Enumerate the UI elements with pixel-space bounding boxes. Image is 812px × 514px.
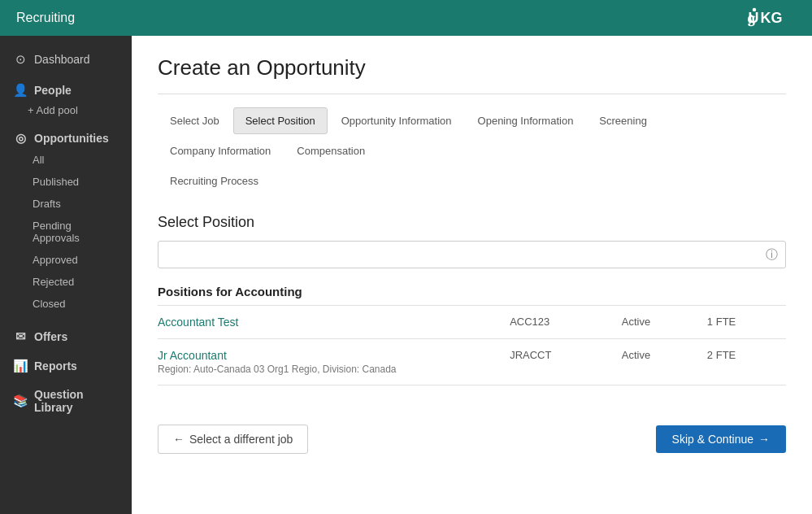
- tab-compensation[interactable]: Compensation: [284, 137, 377, 164]
- skip-continue-button[interactable]: Skip & Continue →: [656, 425, 786, 453]
- sidebar-item-dashboard[interactable]: ⊙ Dashboard: [0, 44, 132, 75]
- svg-text:U: U: [749, 9, 759, 25]
- position-code: JRACCT: [503, 339, 615, 386]
- back-arrow-icon: ←: [173, 433, 185, 446]
- sidebar-section-offers[interactable]: ✉ Offers: [0, 321, 132, 347]
- section-title: Select Position: [158, 214, 786, 231]
- sidebar-item-all[interactable]: All: [0, 149, 132, 171]
- sidebar-section-reports[interactable]: 📊 Reports: [0, 351, 132, 377]
- table-row: Jr AccountantRegion: Auto-Canada 03 Org1…: [158, 339, 786, 386]
- app-title: Recruiting: [16, 11, 75, 25]
- position-sub-info: Region: Auto-Canada 03 Org1 Regio, Divis…: [158, 364, 497, 375]
- people-icon: 👤: [13, 83, 28, 98]
- tab-opening-information[interactable]: Opening Information: [466, 107, 586, 134]
- arrow-right-icon: →: [758, 433, 770, 446]
- sidebar-item-closed[interactable]: Closed: [0, 293, 132, 315]
- tab-opportunity-information[interactable]: Opportunity Information: [329, 107, 464, 134]
- sidebar: ⊙ Dashboard 👤 People + Add pool ◎ Opport…: [0, 36, 132, 514]
- sidebar-section-people[interactable]: 👤 People: [0, 75, 132, 101]
- position-code: ACC123: [503, 306, 615, 339]
- sidebar-item-approved[interactable]: Approved: [0, 249, 132, 271]
- offers-icon: ✉: [13, 329, 28, 344]
- tab-screening[interactable]: Screening: [587, 107, 659, 134]
- select-different-job-button[interactable]: ← ← Select a different job Select a diff…: [158, 425, 308, 454]
- sidebar-section-question-library[interactable]: 📚 Question Library: [0, 380, 132, 417]
- sidebar-item-published[interactable]: Published: [0, 171, 132, 193]
- tab-recruiting-process[interactable]: Recruiting Process: [158, 168, 271, 194]
- sidebar-item-drafts[interactable]: Drafts: [0, 193, 132, 215]
- top-nav: Recruiting 𝔤 U KG: [0, 0, 812, 36]
- dashboard-icon: ⊙: [13, 52, 28, 67]
- info-icon[interactable]: ⓘ: [766, 247, 778, 263]
- reports-icon: 📊: [13, 359, 28, 373]
- position-fte: 2 FTE: [701, 339, 786, 386]
- tab-select-job[interactable]: Select Job: [158, 107, 232, 134]
- search-wrapper: ⓘ: [158, 241, 786, 268]
- select-position-section: Select Position ⓘ Positions for Accounti…: [158, 214, 786, 386]
- positions-table: Accountant TestACC123Active1 FTEJr Accou…: [158, 305, 786, 386]
- tab-select-position[interactable]: Select Position: [233, 107, 328, 134]
- tabs-row: Select Job Select Position Opportunity I…: [158, 107, 786, 168]
- tabs-row2: Recruiting Process: [158, 168, 786, 198]
- opportunities-icon: ◎: [13, 131, 28, 146]
- svg-point-2: [753, 7, 757, 11]
- footer-buttons: ← ← Select a different job Select a diff…: [158, 412, 786, 454]
- position-name-link[interactable]: Jr Accountant: [158, 349, 227, 362]
- position-status: Active: [615, 339, 701, 386]
- svg-text:KG: KG: [761, 9, 783, 25]
- position-name-link[interactable]: Accountant Test: [158, 316, 238, 329]
- ukg-logo: 𝔤 U KG: [747, 6, 796, 31]
- sidebar-item-pending[interactable]: Pending Approvals: [0, 215, 132, 249]
- sidebar-section-opportunities[interactable]: ◎ Opportunities: [0, 123, 132, 149]
- table-row: Accountant TestACC123Active1 FTE: [158, 306, 786, 339]
- positions-section-title: Positions for Accounting: [158, 285, 786, 298]
- position-search-input[interactable]: [158, 241, 786, 268]
- tab-company-information[interactable]: Company Information: [158, 137, 283, 164]
- position-status: Active: [615, 306, 701, 339]
- position-fte: 1 FTE: [701, 306, 786, 339]
- page-title: Create an Opportunity: [158, 55, 786, 81]
- sidebar-item-rejected[interactable]: Rejected: [0, 271, 132, 293]
- add-pool-button[interactable]: + Add pool: [0, 101, 132, 123]
- question-library-icon: 📚: [13, 394, 28, 408]
- main-content: Create an Opportunity Select Job Select …: [132, 36, 812, 514]
